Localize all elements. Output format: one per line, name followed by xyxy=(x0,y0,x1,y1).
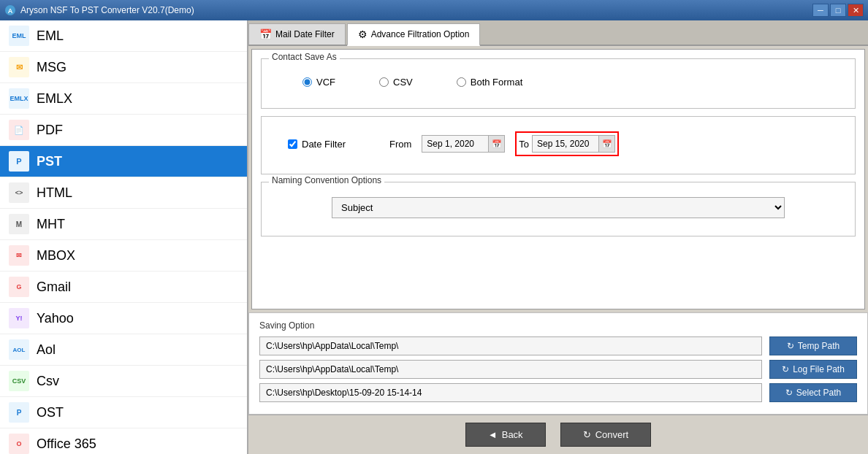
radio-csv-label: CSV xyxy=(393,77,413,88)
emlx-icon: EMLX xyxy=(9,88,29,109)
aol-icon: AOL xyxy=(9,339,29,360)
close-button[interactable]: ✕ xyxy=(848,4,864,17)
sidebar-item-eml[interactable]: EMLEML xyxy=(0,20,247,52)
radio-both-label: Both Format xyxy=(471,77,523,88)
naming-convention-section: Naming Convention Options Subject Date S… xyxy=(261,182,856,236)
radio-both-input[interactable] xyxy=(457,77,466,87)
html-icon: <> xyxy=(9,182,29,203)
contact-save-as-section: Contact Save As VCF CSV Both Format xyxy=(261,58,856,109)
temp-path-label: Temp Path xyxy=(798,341,840,351)
convert-label: Convert xyxy=(595,429,629,440)
sidebar-item-aol[interactable]: AOLAol xyxy=(0,334,247,366)
radio-group-contact: VCF CSV Both Format xyxy=(273,66,843,98)
to-date-input[interactable] xyxy=(533,136,598,151)
back-icon: ◄ xyxy=(488,429,498,440)
minimize-button[interactable]: ─ xyxy=(812,4,829,17)
office365-label: Office 365 xyxy=(37,436,96,452)
gmail-label: Gmail xyxy=(37,280,71,295)
sidebar-item-emlx[interactable]: EMLXEMLX xyxy=(0,83,247,115)
date-filter-check[interactable]: Date Filter xyxy=(288,139,346,150)
select-path-button[interactable]: ↻ Select Path xyxy=(769,383,857,402)
temp-path-button[interactable]: ↻ Temp Path xyxy=(769,336,857,355)
csv-icon: CSV xyxy=(9,371,29,391)
content-area: Contact Save As VCF CSV Both Format xyxy=(251,49,865,309)
yahoo-label: Yahoo xyxy=(37,311,74,326)
to-date-wrap: 📅 xyxy=(532,135,615,153)
right-panel: 📅 Mail Date Filter ⚙ Advance Filtration … xyxy=(248,20,868,454)
emlx-label: EMLX xyxy=(37,91,72,107)
ost-icon: P xyxy=(9,402,29,423)
csv-label: Csv xyxy=(37,374,59,389)
tab-mail-date-filter[interactable]: 📅 Mail Date Filter xyxy=(248,23,346,45)
log-file-path-button[interactable]: ↻ Log File Path xyxy=(769,360,857,379)
html-label: HTML xyxy=(37,185,72,201)
radio-csv[interactable]: CSV xyxy=(379,77,413,88)
date-filter-row: Date Filter From 📅 To 📅 xyxy=(273,124,843,163)
sidebar-item-office365[interactable]: OOffice 365 xyxy=(0,428,247,454)
log-path-input[interactable] xyxy=(259,360,762,379)
from-date-wrap: 📅 xyxy=(422,135,505,153)
tab-mail-label: Mail Date Filter xyxy=(275,29,335,39)
naming-row: Subject Date Sender Receiver xyxy=(273,190,843,226)
naming-select[interactable]: Subject Date Sender Receiver xyxy=(332,197,785,218)
tabs: 📅 Mail Date Filter ⚙ Advance Filtration … xyxy=(248,20,868,46)
date-filter-label: Date Filter xyxy=(302,139,346,150)
to-date-highlighted: To 📅 xyxy=(515,131,619,156)
radio-vcf-input[interactable] xyxy=(302,77,312,87)
sidebar-item-pst[interactable]: PPST xyxy=(0,146,247,177)
to-calendar-button[interactable]: 📅 xyxy=(598,136,614,152)
convert-button[interactable]: ↻ Convert xyxy=(560,423,652,447)
app-title: Aryson NSF To PST Converter V20.7(Demo) xyxy=(20,5,194,15)
pdf-icon: 📄 xyxy=(9,120,29,140)
to-label: To xyxy=(519,139,529,150)
sidebar-item-gmail[interactable]: GGmail xyxy=(0,272,247,303)
mbox-label: MBOX xyxy=(37,248,75,263)
saving-option-label: Saving Option xyxy=(259,320,857,331)
sidebar-item-html[interactable]: <>HTML xyxy=(0,177,247,209)
msg-label: MSG xyxy=(37,60,66,75)
radio-both[interactable]: Both Format xyxy=(457,77,523,88)
sidebar-item-mht[interactable]: MMHT xyxy=(0,209,247,240)
from-calendar-button[interactable]: 📅 xyxy=(488,136,504,152)
radio-vcf[interactable]: VCF xyxy=(302,77,335,88)
contact-save-as-label: Contact Save As xyxy=(269,52,340,62)
from-date-input[interactable] xyxy=(422,136,488,151)
select-path-input[interactable] xyxy=(259,383,762,402)
title-bar: A Aryson NSF To PST Converter V20.7(Demo… xyxy=(0,0,868,20)
office365-icon: O xyxy=(9,434,29,454)
select-path-label: Select Path xyxy=(796,388,841,398)
app-icon: A xyxy=(4,4,16,16)
pst-label: PST xyxy=(37,154,62,169)
sidebar-item-mbox[interactable]: ✉MBOX xyxy=(0,240,247,272)
back-button[interactable]: ◄ Back xyxy=(465,423,546,447)
pdf-label: PDF xyxy=(37,123,63,138)
aol-label: Aol xyxy=(37,342,56,358)
saving-option-section: Saving Option ↻ Temp Path ↻ Log File Pat… xyxy=(248,312,868,415)
log-file-path-label: Log File Path xyxy=(793,364,845,374)
bottom-bar: ◄ Back ↻ Convert xyxy=(248,415,868,454)
maximize-button[interactable]: □ xyxy=(830,4,846,17)
sidebar-item-csv[interactable]: CSVCsv xyxy=(0,366,247,397)
from-label: From xyxy=(389,139,411,150)
svg-text:A: A xyxy=(8,7,13,15)
tab-advance-filtration[interactable]: ⚙ Advance Filtration Option xyxy=(347,23,481,46)
sidebar-item-msg[interactable]: ✉MSG xyxy=(0,52,247,83)
temp-path-input[interactable] xyxy=(259,336,762,355)
date-filter-section: Date Filter From 📅 To 📅 xyxy=(261,116,856,174)
sidebar-item-ost[interactable]: POST xyxy=(0,397,247,428)
tab-advance-label: Advance Filtration Option xyxy=(371,29,470,39)
mht-icon: M xyxy=(9,214,29,234)
ost-label: OST xyxy=(37,405,64,420)
sync-icon-0: ↻ xyxy=(787,341,794,351)
date-inputs: From 📅 To 📅 xyxy=(389,131,619,156)
mbox-icon: ✉ xyxy=(9,245,29,266)
date-filter-checkbox[interactable] xyxy=(288,139,297,149)
sidebar-item-yahoo[interactable]: Y!Yahoo xyxy=(0,303,247,334)
naming-convention-label: Naming Convention Options xyxy=(269,175,384,185)
radio-csv-input[interactable] xyxy=(379,77,389,87)
title-bar-left: A Aryson NSF To PST Converter V20.7(Demo… xyxy=(4,4,194,16)
gmail-icon: G xyxy=(9,277,29,297)
sidebar-item-pdf[interactable]: 📄PDF xyxy=(0,115,247,146)
sidebar: EMLEML✉MSGEMLXEMLX📄PDFPPST<>HTMLMMHT✉MBO… xyxy=(0,20,248,454)
eml-label: EML xyxy=(37,28,64,44)
